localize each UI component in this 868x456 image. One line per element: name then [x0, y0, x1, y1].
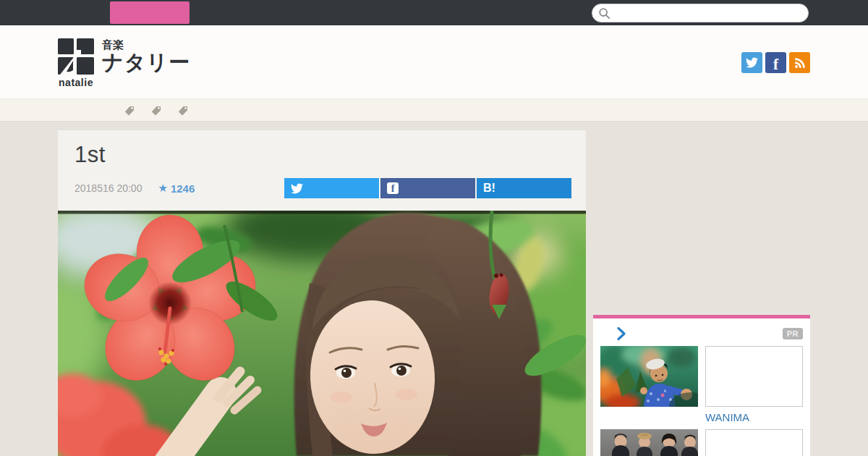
article-container: 1st 2018516 20:00 ★ 1246 f B! — [58, 130, 586, 456]
article-main-photo[interactable] — [58, 211, 586, 456]
tag-icon[interactable] — [178, 106, 188, 116]
article-title: 1st — [75, 142, 571, 168]
star-icon: ★ — [158, 182, 167, 195]
sidebar: PR — [593, 315, 810, 456]
search-input[interactable] — [610, 8, 802, 19]
sidebar-ad-placeholder — [705, 346, 803, 407]
star-counter[interactable]: ★ 1246 — [158, 182, 195, 195]
sidebar-item-thumbnail[interactable] — [600, 346, 698, 407]
search-icon — [598, 7, 610, 20]
sidebar-item: WANIMA — [600, 346, 803, 423]
logo-natalie-text: natalie — [58, 77, 94, 88]
twitter-icon[interactable] — [741, 52, 762, 73]
share-buttons: f B! — [284, 178, 571, 198]
sidebar-ad-placeholder — [705, 429, 803, 456]
facebook-icon[interactable]: f — [765, 52, 786, 73]
tag-icon[interactable] — [151, 106, 161, 116]
share-twitter-button[interactable] — [284, 178, 379, 198]
chevron-right-icon[interactable] — [616, 326, 626, 341]
sidebar-item — [600, 429, 803, 456]
natalie-logo-mark-icon — [58, 38, 94, 75]
article-date: 2018516 20:00 — [75, 182, 142, 194]
facebook-icon: f — [387, 182, 399, 194]
share-facebook-button[interactable]: f — [380, 178, 475, 198]
top-navigation-bar — [0, 0, 868, 25]
pink-nav-button[interactable] — [110, 1, 190, 24]
star-count: 1246 — [171, 182, 195, 195]
tag-bar — [0, 99, 868, 122]
sidebar-item-thumbnail[interactable] — [600, 429, 698, 456]
rss-icon[interactable] — [789, 52, 810, 73]
site-header: natalie 音楽 ナタリー f — [0, 25, 868, 99]
sidebar-item-label[interactable]: WANIMA — [705, 411, 803, 423]
share-hatena-button[interactable]: B! — [477, 178, 571, 198]
logo-site-name: ナタリー — [102, 51, 190, 74]
tag-icon[interactable] — [124, 106, 135, 116]
sidebar-recommend-box: PR — [593, 318, 810, 456]
page: { "topbar": { "pink_button_label": "", "… — [0, 0, 868, 456]
pr-badge: PR — [783, 328, 803, 339]
header-social-links: f — [741, 52, 810, 73]
natalie-logo[interactable]: natalie 音楽 ナタリー — [58, 38, 190, 88]
logo-genre-text: 音楽 — [102, 38, 190, 51]
twitter-bird-icon — [291, 182, 303, 195]
search-box[interactable] — [592, 4, 809, 22]
